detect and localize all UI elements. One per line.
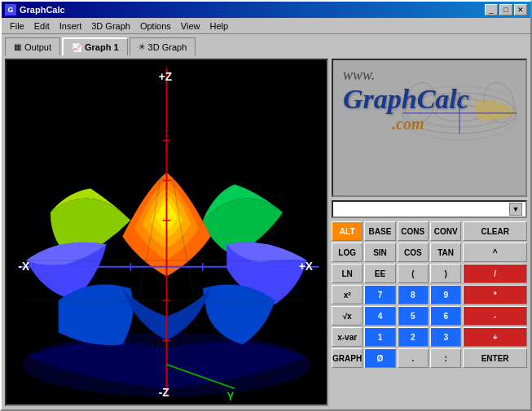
title-bar-buttons: _ □ ✕ (485, 4, 527, 15)
svg-text:+Z: +Z (159, 71, 173, 83)
logo-www: www. (343, 67, 469, 84)
btn-conv[interactable]: CONV (430, 221, 461, 241)
btn-xvar[interactable]: x-var (332, 327, 363, 347)
btn-log[interactable]: LOG (332, 243, 363, 262)
btn-add[interactable]: + (463, 327, 527, 347)
tab-graph1[interactable]: 📈 Graph 1 (62, 37, 128, 55)
maximize-button[interactable]: □ (499, 4, 512, 15)
logo-text-area: www. GraphCalc .com (343, 67, 469, 133)
btn-close-paren[interactable]: ) (430, 264, 461, 283)
menu-bar: File Edit Insert 3D Graph Options View H… (2, 18, 530, 34)
btn-colon[interactable]: : (430, 348, 461, 368)
svg-text:-Z: -Z (159, 387, 170, 399)
btn-multiply[interactable]: * (463, 285, 527, 304)
menu-file[interactable]: File (5, 20, 29, 33)
calc-display: ▼ (332, 200, 527, 218)
menu-help[interactable]: Help (205, 20, 234, 33)
btn-5[interactable]: 5 (398, 306, 429, 326)
btn-sqrt[interactable]: √x (332, 306, 363, 326)
calc-button-grid: ALT BASE CONS CONV CLEAR LOG SIN COS TAN… (332, 221, 527, 368)
menu-3dgraph[interactable]: 3D Graph (86, 20, 135, 33)
close-button[interactable]: ✕ (514, 4, 527, 15)
btn-4[interactable]: 4 (364, 306, 395, 326)
output-icon: ▦ (14, 42, 21, 51)
main-window: G GraphCalc _ □ ✕ File Edit Insert 3D Gr… (0, 0, 532, 411)
3dgraph-icon: ✳ (138, 42, 145, 51)
btn-cos[interactable]: COS (398, 243, 429, 262)
app-icon: G (5, 4, 16, 15)
btn-square[interactable]: x² (332, 285, 363, 304)
window-title: GraphCalc (20, 5, 65, 15)
btn-graph[interactable]: GRAPH (332, 348, 363, 368)
logo-area: www. GraphCalc .com (332, 59, 527, 197)
graph-svg: -X +X +Z -Z Y (7, 60, 327, 404)
btn-alt[interactable]: ALT (332, 221, 363, 241)
btn-power[interactable]: ^ (463, 243, 527, 262)
btn-cons[interactable]: CONS (398, 221, 429, 241)
right-panel: www. GraphCalc .com ▼ ALT BASE CONS (332, 59, 527, 406)
btn-base[interactable]: BASE (364, 221, 395, 241)
menu-view[interactable]: View (176, 20, 205, 33)
logo-name: GraphCalc (343, 84, 469, 115)
btn-8[interactable]: 8 (398, 285, 429, 304)
title-bar: G GraphCalc _ □ ✕ (2, 2, 530, 18)
btn-open-paren[interactable]: ( (398, 264, 429, 283)
minimize-button[interactable]: _ (485, 4, 498, 15)
btn-2[interactable]: 2 (398, 327, 429, 347)
calc-display-input[interactable] (336, 203, 509, 216)
tab-output-label: Output (24, 42, 51, 52)
tab-3dgraph[interactable]: ✳ 3D Graph (130, 37, 196, 55)
logo-com: .com (392, 115, 469, 133)
svg-text:-X: -X (19, 260, 31, 273)
graph1-icon: 📈 (72, 43, 81, 52)
btn-zero[interactable]: Ø (364, 348, 395, 368)
menu-options[interactable]: Options (135, 20, 176, 33)
tab-graph1-label: Graph 1 (85, 42, 119, 52)
tab-bar: ▦ Output 📈 Graph 1 ✳ 3D Graph (2, 34, 530, 55)
btn-enter[interactable]: ENTER (463, 348, 527, 368)
menu-insert[interactable]: Insert (55, 20, 87, 33)
btn-sin[interactable]: SIN (364, 243, 395, 262)
calc-dropdown-arrow[interactable]: ▼ (509, 203, 522, 216)
btn-subtract[interactable]: - (463, 306, 527, 326)
btn-7[interactable]: 7 (364, 285, 395, 304)
btn-decimal[interactable]: . (398, 348, 429, 368)
menu-edit[interactable]: Edit (29, 20, 55, 33)
btn-9[interactable]: 9 (430, 285, 461, 304)
svg-text:Y: Y (226, 391, 234, 403)
main-content: -X +X +Z -Z Y (2, 55, 530, 409)
btn-1[interactable]: 1 (364, 327, 395, 347)
title-bar-left: G GraphCalc (5, 4, 65, 15)
btn-clear[interactable]: CLEAR (463, 221, 527, 241)
tab-3dgraph-label: 3D Graph (148, 42, 187, 52)
graph-area: -X +X +Z -Z Y (5, 59, 328, 406)
btn-ee[interactable]: EE (364, 264, 395, 283)
btn-ln[interactable]: LN (332, 264, 363, 283)
btn-6[interactable]: 6 (430, 306, 461, 326)
btn-tan[interactable]: TAN (430, 243, 461, 262)
tab-output[interactable]: ▦ Output (5, 37, 60, 55)
btn-divide[interactable]: / (463, 264, 527, 283)
calculator: ▼ ALT BASE CONS CONV CLEAR LOG SIN COS T… (332, 200, 527, 368)
svg-text:+X: +X (299, 260, 314, 273)
btn-3[interactable]: 3 (430, 327, 461, 347)
